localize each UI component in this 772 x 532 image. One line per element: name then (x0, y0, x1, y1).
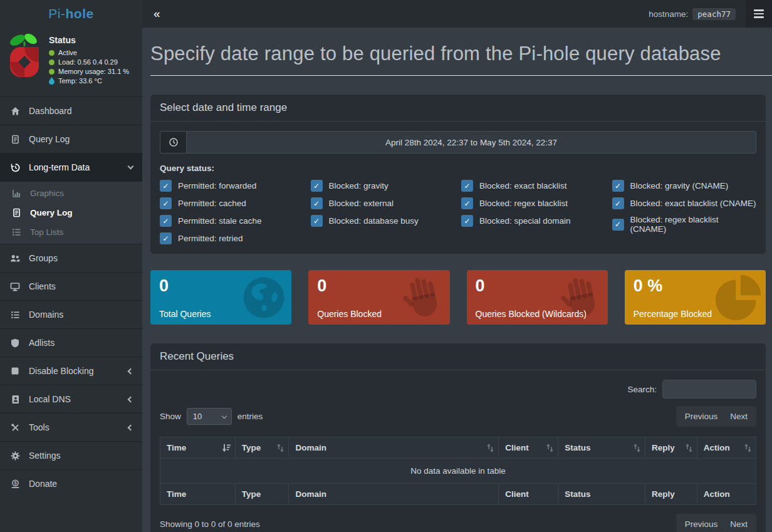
list-icon (9, 310, 21, 320)
column-header-time[interactable]: Time (160, 437, 236, 459)
checkbox-blocked-regex-blacklist-cname[interactable]: Blocked: regex blacklist (CNAME) (612, 215, 757, 234)
sidebar-item-groups[interactable]: Groups (0, 244, 142, 272)
sidebar-item-adlists[interactable]: Adlists (0, 329, 142, 357)
top-navbar: « hostname: peach77 (142, 0, 772, 28)
brand-logo[interactable]: Pi-hole (0, 0, 142, 28)
pagination-top: Previous Next (676, 406, 756, 427)
checked-checkbox-icon (160, 180, 172, 192)
chevron-down-icon (222, 414, 227, 419)
column-header-status[interactable]: Status (558, 437, 645, 459)
previous-button[interactable]: Previous (685, 412, 718, 421)
sort-icon (744, 444, 751, 452)
next-button[interactable]: Next (730, 519, 748, 529)
sidebar-item-query-log[interactable]: Query Log (0, 125, 142, 153)
checked-checkbox-icon (461, 197, 473, 209)
checkbox-blocked-database-busy[interactable]: Blocked: database busy (311, 215, 456, 227)
status-load: Load: 0.56 0.4 0.29 (49, 58, 129, 66)
checked-checkbox-icon (612, 197, 624, 209)
content: Specify date range to be queried from th… (142, 28, 772, 532)
empty-message: No data available in table (160, 459, 756, 484)
table-header-row: Time Type Domain Client Status Reply Act… (160, 437, 756, 459)
checkbox-permitted-forwarded[interactable]: Permitted: forwarded (160, 180, 305, 192)
green-dot-icon (49, 69, 55, 75)
donate-icon: $ (9, 479, 21, 489)
sidebar-item-settings[interactable]: Settings (0, 442, 142, 469)
checked-checkbox-icon (612, 180, 624, 192)
status-active: Active (49, 49, 129, 56)
checkbox-blocked-gravity-cname[interactable]: Blocked: gravity (CNAME) (612, 180, 757, 192)
previous-button[interactable]: Previous (685, 519, 718, 529)
sidebar-item-donate[interactable]: $ Donate (0, 470, 142, 498)
list-icon (11, 227, 22, 237)
checkbox-permitted-retried[interactable]: Permitted: retried (160, 232, 305, 244)
queries-blocked-wildcards-card: 0 Queries Blocked (Wildcards) (467, 270, 608, 325)
column-header-type[interactable]: Type (235, 437, 289, 459)
footer-column-action: Action (697, 484, 756, 505)
checkbox-blocked-exact-blacklist-cname[interactable]: Blocked: exact blacklist (CNAME) (612, 197, 757, 209)
footer-column-domain: Domain (289, 484, 499, 505)
sort-icon (277, 444, 284, 452)
status-title: Status (49, 35, 129, 45)
sidebar-subitem-query-log[interactable]: Query Log (0, 203, 142, 222)
column-header-reply[interactable]: Reply (645, 437, 697, 459)
chevron-left-icon (128, 424, 134, 430)
checkbox-permitted-cached[interactable]: Permitted: cached (160, 197, 305, 209)
page-size-select[interactable]: 10 (187, 408, 232, 425)
table-controls-row: Show 10 entries Previous Next (160, 406, 756, 427)
total-queries-card: 0 Total Queries (150, 270, 291, 325)
sidebar-collapse-icon[interactable]: « (142, 0, 172, 28)
entries-label: entries (237, 412, 263, 421)
checkbox-blocked-special-domain[interactable]: Blocked: special domain (461, 215, 606, 227)
recent-queries-panel: Recent Queries Search: Show 10 (150, 343, 766, 532)
hamburger-menu-icon[interactable] (746, 0, 772, 28)
bar-chart-icon (11, 189, 22, 198)
status-text: Status Active Load: 0.56 0.4 0.29 Memory… (49, 31, 129, 86)
column-header-action[interactable]: Action (697, 437, 756, 459)
column-header-domain[interactable]: Domain (289, 437, 499, 459)
percentage-blocked-card: 0 % Percentage Blocked (625, 270, 766, 325)
checkbox-permitted-stale-cache[interactable]: Permitted: stale cache (160, 215, 305, 227)
hostname-badge: peach77 (692, 8, 736, 20)
next-button[interactable]: Next (730, 412, 748, 421)
queries-table: Time Type Domain Client Status Reply Act… (160, 437, 756, 505)
long-term-data-submenu: Graphics Query Log Top Lists (0, 182, 142, 244)
table-footer-row: Time Type Domain Client Status Reply Act… (160, 484, 756, 505)
hostname-block: hostname: peach77 (649, 8, 746, 20)
desktop-icon (9, 282, 21, 291)
clock-icon (160, 131, 186, 154)
sidebar: Pi-hole Status Active Load: 0.56 0.4 0.2… (0, 0, 142, 532)
sidebar-item-disable-blocking[interactable]: Disable Blocking (0, 357, 142, 385)
checkbox-blocked-exact-blacklist[interactable]: Blocked: exact blacklist (461, 180, 606, 192)
column-header-client[interactable]: Client (499, 437, 558, 459)
sidebar-subitem-graphics[interactable]: Graphics (0, 184, 142, 203)
sidebar-item-clients[interactable]: Clients (0, 273, 142, 300)
sidebar-item-local-dns[interactable]: Local DNS (0, 385, 142, 413)
checked-checkbox-icon (160, 232, 172, 244)
chevron-left-icon (128, 368, 134, 374)
summary-cards: 0 Total Queries 0 (150, 270, 766, 325)
footer-column-client: Client (499, 484, 558, 505)
date-range-input[interactable] (186, 131, 756, 154)
sidebar-item-tools[interactable]: Tools (0, 414, 142, 441)
sidebar-subitem-top-lists[interactable]: Top Lists (0, 222, 142, 242)
queries-blocked-card: 0 Queries Blocked (308, 270, 449, 325)
pihole-raspberry-logo (5, 31, 44, 83)
footer-column-status: Status (558, 484, 645, 505)
date-range-panel: Select date and time range Query status:… (150, 95, 766, 254)
query-status-label: Query status: (160, 164, 756, 173)
title-divider (150, 75, 772, 76)
sidebar-item-long-term-data[interactable]: Long-term Data (0, 154, 142, 181)
sort-icon (686, 444, 692, 452)
query-status-checkboxes: Permitted: forwarded Permitted: cached P… (160, 180, 756, 244)
tools-icon (9, 423, 21, 432)
checkbox-blocked-regex-blacklist[interactable]: Blocked: regex blacklist (461, 197, 606, 209)
show-label: Show (160, 412, 181, 421)
checked-checkbox-icon (311, 180, 323, 192)
checkbox-blocked-external[interactable]: Blocked: external (311, 197, 456, 209)
app-root: Pi-hole Status Active Load: 0.56 0.4 0.2… (0, 0, 772, 532)
sidebar-item-domains[interactable]: Domains (0, 301, 142, 328)
sidebar-item-dashboard[interactable]: Dashboard (0, 97, 142, 125)
checkbox-blocked-gravity[interactable]: Blocked: gravity (311, 180, 456, 192)
stop-icon (9, 367, 21, 375)
search-input[interactable] (662, 380, 756, 399)
